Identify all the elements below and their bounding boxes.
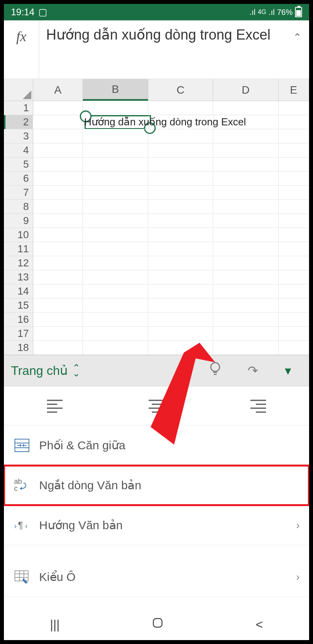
row-header-8[interactable]: 8 [4, 200, 33, 214]
cell-C18[interactable] [148, 341, 214, 355]
align-center-button[interactable] [106, 386, 207, 425]
cell-C3[interactable] [148, 129, 214, 143]
align-right-button[interactable] [207, 386, 309, 425]
cell-B9[interactable] [83, 214, 148, 228]
lightbulb-icon[interactable] [198, 361, 232, 380]
cell-D8[interactable] [213, 200, 279, 214]
row-header-2[interactable]: 2 [4, 115, 33, 129]
cell-E18[interactable] [279, 341, 309, 355]
cell-C15[interactable] [148, 298, 214, 313]
cell-E15[interactable] [279, 298, 309, 313]
cell-C17[interactable] [148, 327, 214, 341]
wrap-text-option[interactable]: ab c Ngắt dòng Văn bản [4, 465, 309, 505]
row-header-16[interactable]: 16 [4, 313, 33, 327]
cell-A18[interactable] [33, 341, 83, 355]
cell-E2[interactable] [279, 115, 309, 129]
cell-D16[interactable] [213, 313, 279, 327]
row-header-11[interactable]: 11 [4, 242, 33, 256]
col-header-B[interactable]: B [83, 79, 148, 101]
cell-D7[interactable] [213, 186, 279, 200]
row-header-17[interactable]: 17 [4, 327, 33, 341]
cell-A12[interactable] [33, 256, 83, 270]
row-header-12[interactable]: 12 [4, 256, 33, 270]
row-header-14[interactable]: 14 [4, 284, 33, 298]
cell-C9[interactable] [148, 214, 214, 228]
cell-E13[interactable] [279, 270, 309, 284]
cell-C1[interactable] [148, 101, 214, 115]
cell-A3[interactable] [33, 129, 83, 143]
row-header-1[interactable]: 1 [4, 101, 33, 115]
cell-A15[interactable] [33, 298, 83, 313]
cell-E4[interactable] [279, 143, 309, 157]
cell-C6[interactable] [148, 172, 214, 186]
ribbon-tab[interactable]: Trang chủ [11, 363, 68, 378]
expand-ribbon-icon[interactable]: ⌃⌄ [72, 365, 80, 376]
row-header-9[interactable]: 9 [4, 214, 33, 228]
home-button[interactable] [152, 617, 164, 632]
col-header-A[interactable]: A [33, 79, 83, 101]
menu-dropdown-icon[interactable]: ▾ [274, 363, 302, 378]
cell-A5[interactable] [33, 157, 83, 172]
cell-E14[interactable] [279, 284, 309, 298]
row-header-5[interactable]: 5 [4, 157, 33, 172]
cell-C11[interactable] [148, 242, 214, 256]
cell-A4[interactable] [33, 143, 83, 157]
cell-B8[interactable] [83, 200, 148, 214]
col-header-D[interactable]: D [213, 79, 279, 101]
cell-A2[interactable] [33, 115, 83, 129]
cell-D17[interactable] [213, 327, 279, 341]
row-header-15[interactable]: 15 [4, 298, 33, 313]
cell-A17[interactable] [33, 327, 83, 341]
cell-A8[interactable] [33, 200, 83, 214]
cell-D11[interactable] [213, 242, 279, 256]
cell-E9[interactable] [279, 214, 309, 228]
row-header-3[interactable]: 3 [4, 129, 33, 143]
row-header-18[interactable]: 18 [4, 341, 33, 355]
cell-C16[interactable] [148, 313, 214, 327]
cell-E1[interactable] [279, 101, 309, 115]
cell-A7[interactable] [33, 186, 83, 200]
cell-B10[interactable] [83, 228, 148, 242]
cell-B6[interactable] [83, 172, 148, 186]
cell-E16[interactable] [279, 313, 309, 327]
cell-B13[interactable] [83, 270, 148, 284]
cell-B11[interactable] [83, 242, 148, 256]
cell-D15[interactable] [213, 298, 279, 313]
cell-C5[interactable] [148, 157, 214, 172]
collapse-formula-icon[interactable]: ⌃ [286, 20, 309, 79]
cell-D3[interactable] [213, 129, 279, 143]
cell-E7[interactable] [279, 186, 309, 200]
cell-E3[interactable] [279, 129, 309, 143]
cell-B5[interactable] [83, 157, 148, 172]
cell-D6[interactable] [213, 172, 279, 186]
cell-D18[interactable] [213, 341, 279, 355]
merge-center-option[interactable]: Phối & Căn giữa [4, 425, 309, 465]
cell-B15[interactable] [83, 298, 148, 313]
cell-B4[interactable] [83, 143, 148, 157]
cell-D4[interactable] [213, 143, 279, 157]
row-header-7[interactable]: 7 [4, 186, 33, 200]
cell-A6[interactable] [33, 172, 83, 186]
row-header-13[interactable]: 13 [4, 270, 33, 284]
cell-E8[interactable] [279, 200, 309, 214]
cell-B16[interactable] [83, 313, 148, 327]
spreadsheet-grid[interactable]: 12Hướng dẫn xuống dòng trong Excel345678… [4, 101, 309, 355]
cell-E11[interactable] [279, 242, 309, 256]
col-header-C[interactable]: C [148, 79, 214, 101]
cell-A13[interactable] [33, 270, 83, 284]
cell-B3[interactable] [83, 129, 148, 143]
cell-A1[interactable] [33, 101, 83, 115]
cell-C7[interactable] [148, 186, 214, 200]
cell-A10[interactable] [33, 228, 83, 242]
cell-A9[interactable] [33, 214, 83, 228]
row-header-6[interactable]: 6 [4, 172, 33, 186]
recent-apps-button[interactable]: ||| [50, 617, 60, 632]
row-header-10[interactable]: 10 [4, 228, 33, 242]
cell-C8[interactable] [148, 200, 214, 214]
cell-A14[interactable] [33, 284, 83, 298]
cell-D12[interactable] [213, 256, 279, 270]
cell-E6[interactable] [279, 172, 309, 186]
cell-B17[interactable] [83, 327, 148, 341]
cell-C14[interactable] [148, 284, 214, 298]
col-header-E[interactable]: E [279, 79, 309, 101]
